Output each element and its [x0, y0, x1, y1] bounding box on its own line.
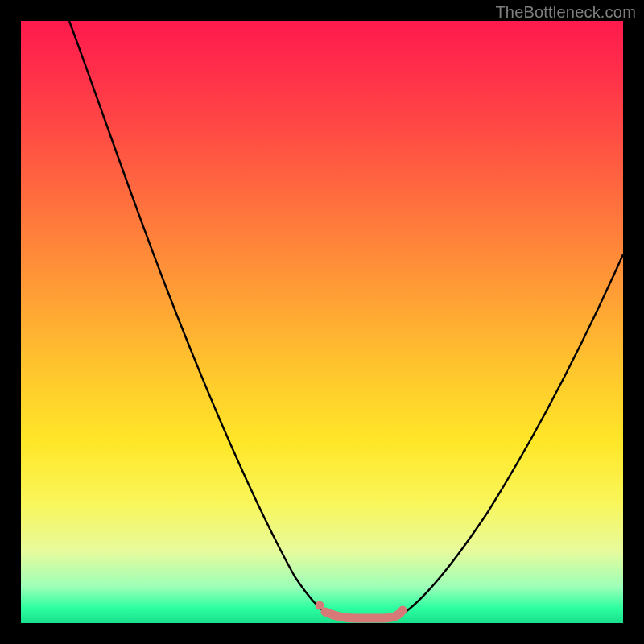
left-curve	[69, 21, 331, 615]
right-curve	[401, 254, 623, 615]
watermark-text: TheBottleneck.com	[495, 3, 636, 22]
curves-svg	[21, 21, 623, 623]
plot-area	[21, 21, 623, 623]
chart-frame: TheBottleneck.com	[0, 0, 644, 644]
floor-dot	[316, 601, 324, 610]
floor-band	[325, 610, 402, 618]
